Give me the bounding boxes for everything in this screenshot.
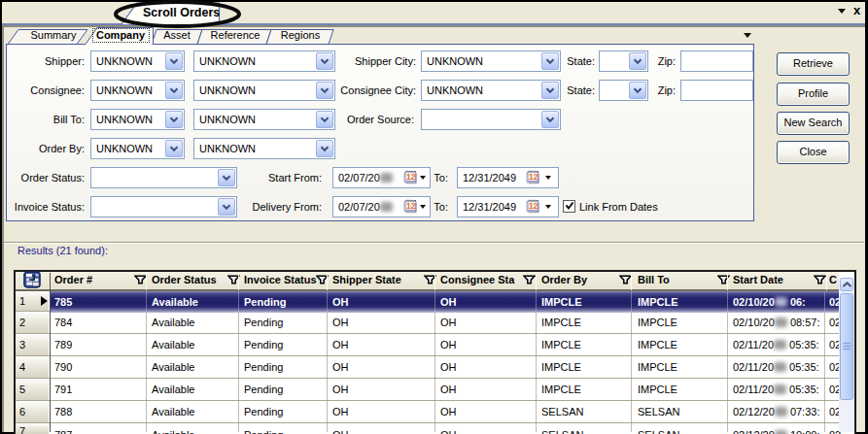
svg-text:12: 12 — [529, 172, 538, 182]
svg-text:12: 12 — [406, 172, 416, 182]
svg-text:12: 12 — [406, 201, 416, 211]
svg-text:12: 12 — [529, 201, 538, 211]
